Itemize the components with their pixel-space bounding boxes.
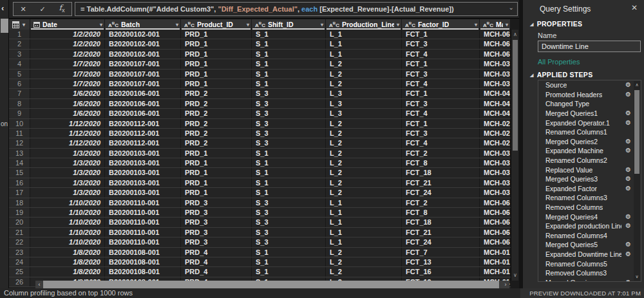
row-number[interactable]: 22: [9, 237, 30, 247]
filter-dropdown-icon[interactable]: ▾: [475, 22, 477, 28]
close-panel-icon[interactable]: ✕: [631, 3, 638, 12]
table-cell[interactable]: B20200106-001: [105, 109, 181, 118]
steps-scroll-thumb[interactable]: [634, 90, 639, 174]
row-number[interactable]: 1: [9, 30, 30, 39]
grid-vertical-scrollbar[interactable]: ∧ ∨: [511, 30, 518, 281]
column-header-factor_id[interactable]: ABCFactor_ID▾: [402, 19, 480, 30]
table-cell[interactable]: 1/10/2020: [30, 218, 105, 227]
grid-horizontal-scrollbar[interactable]: ‹ ›: [35, 281, 509, 288]
table-cell[interactable]: B20200103-001: [105, 188, 181, 197]
row-number[interactable]: 15: [9, 168, 30, 177]
table-cell[interactable]: FCT_8: [402, 158, 480, 167]
row-number[interactable]: 26: [9, 277, 30, 286]
table-cell[interactable]: S_3: [252, 218, 326, 227]
query-name-input[interactable]: Downtime Line: [538, 41, 641, 52]
table-cell[interactable]: 1/8/2020: [30, 267, 105, 276]
table-cell[interactable]: B20200108-001: [105, 248, 181, 257]
applied-step[interactable]: Renamed Columns2: [538, 156, 641, 165]
scroll-up-icon[interactable]: ∧: [634, 82, 640, 88]
table-cell[interactable]: MCH-03: [480, 178, 511, 187]
table-cell[interactable]: B20200103-001: [105, 168, 181, 177]
table-cell[interactable]: 1/3/2020: [30, 188, 105, 197]
applied-step[interactable]: Merged Queries5⚙: [538, 240, 641, 250]
table-cell[interactable]: MCH-03: [480, 188, 511, 197]
table-cell[interactable]: S_1: [252, 248, 326, 257]
table-cell[interactable]: B20200108-001: [105, 267, 181, 276]
applied-step[interactable]: Expanded Downtime Line (...⚙: [538, 250, 641, 259]
table-cell[interactable]: B20200103-001: [105, 149, 181, 158]
table-cell[interactable]: B20200110-001: [105, 228, 181, 237]
table-cell[interactable]: PRD_3: [181, 208, 252, 217]
table-cell[interactable]: PRD_2: [181, 119, 252, 128]
table-cell[interactable]: S_3: [252, 237, 326, 247]
table-cell[interactable]: B20200107-001: [105, 70, 181, 79]
filter-dropdown-icon[interactable]: ▾: [506, 22, 508, 28]
step-settings-gear-icon[interactable]: ⚙: [625, 82, 631, 88]
table-cell[interactable]: S_1: [252, 149, 326, 158]
table-cell[interactable]: S_1: [252, 39, 326, 48]
table-cell[interactable]: FCT_3: [402, 129, 480, 138]
table-cell[interactable]: L_1: [326, 30, 402, 39]
applied-step[interactable]: Changed Type: [538, 99, 641, 109]
table-cell[interactable]: S_1: [252, 168, 326, 177]
table-cell[interactable]: L_1: [326, 218, 402, 227]
steps-scrollbar[interactable]: ∧ ∨: [634, 81, 640, 281]
table-cell[interactable]: 1/10/2020: [30, 237, 105, 247]
grid-vscroll-thumb[interactable]: [513, 40, 518, 151]
grid-hscroll-thumb[interactable]: [43, 281, 499, 288]
table-cell[interactable]: PRD_1: [181, 149, 252, 158]
table-cell[interactable]: FCT_8: [402, 208, 480, 217]
row-number[interactable]: 13: [9, 149, 30, 158]
table-cell[interactable]: 1/2/2020: [30, 30, 105, 39]
applied-step[interactable]: Merged Queries2⚙: [538, 137, 641, 147]
table-cell[interactable]: MCH-06: [480, 39, 511, 48]
table-cell[interactable]: FCT_4: [402, 79, 480, 88]
filter-dropdown-icon[interactable]: ▾: [397, 22, 399, 28]
table-cell[interactable]: L_2: [326, 59, 402, 68]
table-cell[interactable]: FCT_3: [402, 70, 480, 79]
table-cell[interactable]: MCH-03: [480, 149, 511, 158]
table-cell[interactable]: B20200102-001: [105, 50, 181, 59]
collapse-queries-pane-icon[interactable]: ‹: [1, 3, 4, 13]
table-cell[interactable]: L_1: [326, 228, 402, 237]
queries-pane-scroll-thumb[interactable]: [1, 19, 8, 33]
table-cell[interactable]: 1/3/2020: [30, 178, 105, 187]
table-cell[interactable]: S_3: [252, 208, 326, 217]
filter-dropdown-icon[interactable]: ▾: [247, 22, 249, 28]
table-cell[interactable]: FCT_24: [402, 188, 480, 197]
all-properties-link[interactable]: All Properties: [538, 58, 580, 66]
step-settings-gear-icon[interactable]: ⚙: [625, 110, 631, 116]
applied-step[interactable]: Renamed Columns4: [538, 231, 641, 241]
table-cell[interactable]: S_3: [252, 129, 326, 138]
table-cell[interactable]: PRD_2: [181, 99, 252, 108]
row-number[interactable]: 21: [9, 228, 30, 237]
table-cell[interactable]: PRD_1: [181, 59, 252, 68]
table-cell[interactable]: 1/8/2020: [30, 248, 105, 257]
table-cell[interactable]: FCT_3: [402, 39, 480, 48]
row-number[interactable]: 11: [9, 129, 30, 138]
row-number[interactable]: 5: [9, 70, 30, 79]
table-cell[interactable]: B20200103-001: [105, 158, 181, 167]
table-cell[interactable]: S_3: [252, 99, 326, 108]
row-number[interactable]: 14: [9, 158, 30, 167]
table-cell[interactable]: 1/10/2020: [30, 208, 105, 217]
table-cell[interactable]: L_2: [326, 248, 402, 257]
table-cell[interactable]: PRD_4: [181, 248, 252, 257]
table-cell[interactable]: 1/6/2020: [30, 109, 105, 118]
table-cell[interactable]: PRD_3: [181, 218, 252, 227]
table-cell[interactable]: 1/7/2020: [30, 79, 105, 88]
table-cell[interactable]: FCT_1: [402, 30, 480, 39]
table-cell[interactable]: MCH-03: [480, 168, 511, 177]
row-number[interactable]: 18: [9, 198, 30, 207]
applied-step[interactable]: Merged Queries4⚙: [538, 212, 641, 221]
table-cell[interactable]: MCH-01: [480, 248, 511, 257]
row-number[interactable]: 23: [9, 248, 30, 257]
step-settings-gear-icon[interactable]: ⚙: [625, 223, 631, 229]
table-cell[interactable]: PRD_1: [181, 79, 252, 88]
table-cell[interactable]: L_2: [326, 158, 402, 167]
scroll-right-icon[interactable]: ›: [502, 281, 509, 288]
table-cell[interactable]: PRD_1: [181, 50, 252, 59]
step-settings-gear-icon[interactable]: ⚙: [625, 185, 631, 192]
cancel-formula-icon[interactable]: ✕: [20, 6, 26, 13]
formula-expand-chevron-icon[interactable]: ⌄: [509, 4, 514, 11]
